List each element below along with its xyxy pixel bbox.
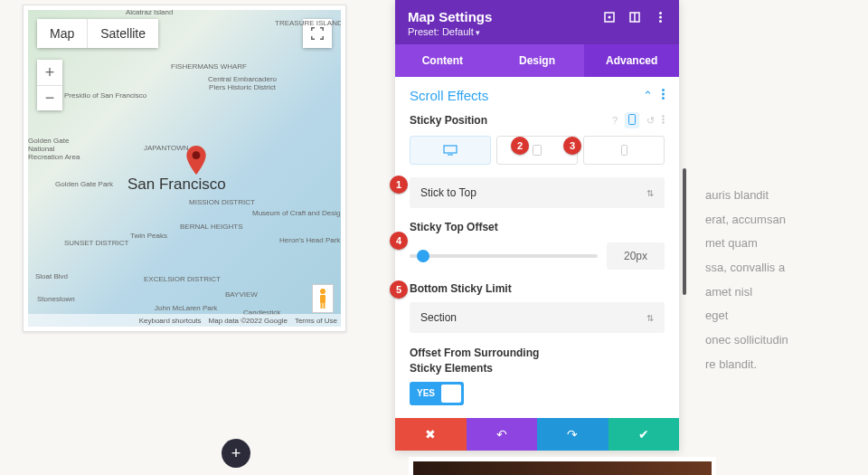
map-label: Golden Gate Park	[55, 180, 113, 188]
phone-device-button[interactable]	[583, 136, 665, 165]
section-header[interactable]: Scroll Effects ⌃	[395, 77, 679, 112]
zoom-out-button[interactable]: −	[37, 85, 62, 110]
toggle-knob	[441, 385, 461, 403]
map-button[interactable]: Map	[37, 19, 87, 48]
terms-link[interactable]: Terms of Use	[295, 317, 337, 325]
panel-title: Map Settings	[408, 9, 492, 24]
cancel-button[interactable]: ✖	[395, 418, 467, 451]
map-label: EXCELSIOR DISTRICT	[144, 275, 221, 283]
bottom-limit-select[interactable]: Section ⇅	[410, 302, 665, 333]
text-line: auris blandit	[705, 185, 845, 207]
map-label: Museum of Craft and Design	[252, 209, 341, 217]
map-label: Golden Gate National Recreation Area	[28, 137, 82, 161]
map-label: John McLaren Park	[155, 304, 217, 312]
fullscreen-icon	[311, 27, 324, 40]
pegman-icon	[316, 288, 329, 309]
updown-icon: ⇅	[646, 188, 654, 198]
svg-rect-2	[320, 295, 326, 303]
pegman-button[interactable]	[312, 284, 334, 313]
zoom-in-button[interactable]: +	[37, 60, 62, 85]
tab-content[interactable]: Content	[395, 44, 490, 77]
preset-selector[interactable]: Preset: Default	[408, 26, 666, 37]
city-label: San Francisco	[127, 176, 226, 194]
settings-header: Map Settings Preset: Default	[395, 0, 679, 44]
plus-icon: +	[231, 444, 241, 463]
svg-point-14	[662, 97, 665, 100]
undo-icon: ↶	[496, 427, 507, 442]
phone-icon	[621, 145, 627, 156]
text-line: onec sollicitudin	[705, 329, 845, 352]
map-label: TREASURE ISLAND	[275, 19, 341, 27]
map-label: Presidio of San Francisco	[64, 91, 146, 100]
reset-icon[interactable]: ↺	[646, 115, 655, 127]
slider-thumb[interactable]	[417, 250, 429, 262]
undo-button[interactable]: ↶	[467, 418, 538, 451]
map-label: Sloat Blvd	[35, 272, 68, 280]
keyboard-shortcuts-link[interactable]: Keyboard shortcuts	[139, 317, 202, 325]
offset-surrounding-toggle[interactable]: YES	[410, 382, 464, 405]
svg-point-1	[320, 289, 326, 294]
add-module-button[interactable]: +	[222, 439, 250, 468]
save-button[interactable]: ✔	[609, 418, 680, 451]
sticky-position-label: Sticky Position	[410, 114, 487, 127]
tablet-icon	[533, 145, 542, 156]
stick-to-select[interactable]: Stick to Top ⇅	[410, 177, 665, 208]
offset-slider[interactable]	[410, 254, 598, 258]
chevron-up-icon[interactable]: ⌃	[643, 89, 653, 102]
map-label: JAPANTOWN	[144, 144, 188, 152]
satellite-button[interactable]: Satellite	[87, 19, 158, 48]
select-value: Section	[420, 311, 457, 324]
section-content: 1 2 3 4 5 Sticky Position ? ↺ Stick to T…	[395, 112, 679, 418]
svg-rect-3	[321, 303, 323, 309]
bottom-sticky-limit-label: Bottom Sticky Limit	[410, 282, 665, 295]
offset-value-input[interactable]: 20px	[607, 242, 665, 270]
svg-point-6	[609, 15, 611, 18]
redo-icon: ↷	[567, 427, 578, 442]
text-line: eget	[705, 305, 845, 328]
svg-point-12	[662, 89, 665, 91]
svg-point-18	[662, 121, 664, 123]
text-line: ssa, convallis a	[705, 257, 845, 280]
svg-rect-19	[444, 146, 457, 153]
text-line: amet nisl	[705, 281, 845, 304]
more-icon[interactable]	[654, 11, 666, 24]
svg-point-17	[662, 119, 664, 120]
annotation-badge-1: 1	[390, 176, 408, 194]
map-area[interactable]: Map Satellite + − San Francisco Alcatraz…	[28, 10, 341, 327]
offset-surrounding-label: Offset From Surrounding Sticky Elements	[410, 346, 563, 376]
svg-point-16	[662, 115, 664, 117]
map-type-toggle: Map Satellite	[37, 19, 158, 48]
image-preview	[409, 457, 716, 475]
desktop-device-button[interactable]	[410, 136, 491, 165]
tabs: Content Design Advanced	[395, 44, 679, 77]
phone-icon[interactable]	[625, 112, 639, 128]
map-data-label: Map data ©2022 Google	[209, 317, 288, 325]
map-label: Central Embarcadero Piers Historic Distr…	[206, 75, 278, 91]
map-label: BAYVIEW	[225, 290, 258, 299]
svg-rect-21	[533, 146, 542, 156]
map-label: Stonestown	[37, 295, 75, 303]
svg-point-10	[659, 15, 662, 18]
desktop-icon	[443, 145, 458, 156]
more-icon[interactable]	[662, 89, 665, 102]
target-icon[interactable]	[603, 11, 616, 24]
svg-point-11	[659, 20, 662, 23]
annotation-badge-5: 5	[390, 280, 408, 299]
tab-design[interactable]: Design	[490, 44, 585, 77]
settings-panel: Map Settings Preset: Default Content Des…	[395, 0, 679, 451]
help-icon[interactable]: ?	[612, 115, 618, 126]
map-label: Twin Peaks	[130, 232, 167, 240]
svg-rect-15	[629, 115, 636, 125]
check-icon: ✔	[638, 427, 649, 442]
map-label: Heron's Head Park	[279, 236, 340, 244]
tab-advanced[interactable]: Advanced	[584, 44, 679, 77]
action-bar: ✖ ↶ ↷ ✔	[395, 418, 679, 451]
redo-button[interactable]: ↷	[537, 418, 609, 451]
scroll-indicator[interactable]	[683, 168, 686, 295]
map-label: BERNAL HEIGHTS	[180, 223, 243, 231]
more-icon[interactable]	[662, 115, 665, 126]
select-value: Stick to Top	[420, 186, 476, 199]
split-icon[interactable]	[628, 11, 641, 24]
map-footer: Keyboard shortcuts Map data ©2022 Google…	[28, 314, 341, 327]
updown-icon: ⇅	[646, 313, 654, 323]
